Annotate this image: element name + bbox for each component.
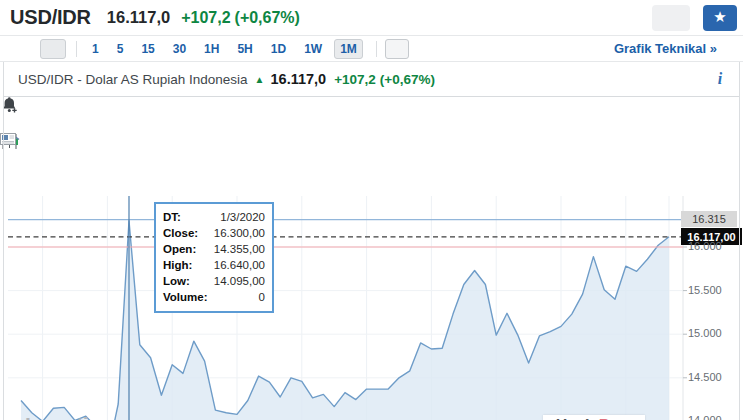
interval-15[interactable]: 15 [135,39,160,59]
toolbar-separator [76,41,77,57]
chart-price: 16.117,0 [271,71,327,87]
chart-title: USD/IDR - Dolar AS Rupiah Indonesia [18,72,248,87]
tooltip-value: 14.095,00 [214,273,265,289]
high-price-axis-label: 16.315 [681,211,737,227]
widget-left-border [3,62,4,420]
change-percent: (+0,67%) [235,9,300,26]
star-icon: ★ [713,9,726,24]
chart-change-percent: (+0,67%) [380,72,435,87]
up-arrow-icon: ▲ [255,74,265,85]
interval-1M[interactable]: 1M [334,39,363,59]
news-panel-button[interactable] [385,39,409,59]
instrument-header: USD/IDR 16.117,0 +107,2(+0,67%) ★ [0,0,743,36]
tooltip-row: Close:16.300,00 [163,225,265,241]
candlestick-chart-button[interactable] [10,39,32,59]
interval-1H[interactable]: 1H [198,39,225,59]
haninpost-logo: HanInPost 한인포스트 [543,415,645,420]
tooltip-label: DT: [163,209,181,225]
tooltip-value: 0 [259,289,265,305]
interval-1[interactable]: 1 [86,39,105,59]
add-to-watchlist-button[interactable]: ★ [703,5,737,31]
chart-toolbar: 1515301H5H1D1W1M Grafik Teknikal » [0,36,743,62]
interval-5[interactable]: 5 [111,39,130,59]
tooltip-row: Low:14.095,00 [163,273,265,289]
tooltip-label: Low: [163,273,190,289]
instrument-symbol: USD/IDR [10,6,91,29]
price-change: +107,2(+0,67%) [181,9,304,27]
info-icon[interactable]: i [710,69,730,89]
tooltip-row: DT:1/3/2020 [163,209,265,225]
tooltip-value: 16.640,00 [214,257,265,273]
y-tick-14.000: 14.000 [688,414,722,420]
widget-right-border [739,62,740,420]
tooltip-label: Open: [163,241,196,257]
y-tick-15.000: 15.000 [688,327,722,339]
tooltip-label: Close: [163,225,198,241]
line-chart-button[interactable] [40,39,66,59]
ohlc-tooltip: DT:1/3/2020Close:16.300,00Open:14.355,00… [154,202,274,313]
add-alert-button[interactable] [652,5,690,31]
chart-title-bar: USD/IDR - Dolar AS Rupiah Indonesia ▲ 16… [3,62,740,97]
tooltip-row: Open:14.355,00 [163,241,265,257]
interval-5H[interactable]: 5H [231,39,258,59]
y-tick-14.500: 14.500 [688,371,722,383]
tooltip-value: 14.355,00 [214,241,265,257]
chart-change-value: +107,2 [334,72,376,87]
chart-plot-area[interactable]: Investing.com HanInPost 한인포스트 DT:1/3/202… [0,97,743,420]
interval-30[interactable]: 30 [167,39,192,59]
last-price: 16.117,0 [107,8,170,27]
interval-1D[interactable]: 1D [265,39,292,59]
tooltip-label: High: [163,257,192,273]
interval-1W[interactable]: 1W [298,39,328,59]
tooltip-row: High:16.640,00 [163,257,265,273]
y-tick-16.000: 16.000 [688,240,722,252]
tooltip-row: Volume:0 [163,289,265,305]
technical-chart-link[interactable]: Grafik Teknikal » [614,41,717,56]
usdidr-chart-page: USD/IDR 16.117,0 +107,2(+0,67%) ★ [0,0,743,420]
y-tick-15.500: 15.500 [688,284,722,296]
change-value: +107,2 [181,9,230,26]
tooltip-value: 16.300,00 [214,225,265,241]
toolbar-separator [376,41,377,57]
interval-buttons: 1515301H5H1D1W1M [83,39,366,59]
chart-change: +107,2(+0,67%) [334,72,439,87]
tooltip-label: Volume: [163,289,208,305]
price-chart-svg [0,194,743,420]
tooltip-value: 1/3/2020 [220,209,265,225]
